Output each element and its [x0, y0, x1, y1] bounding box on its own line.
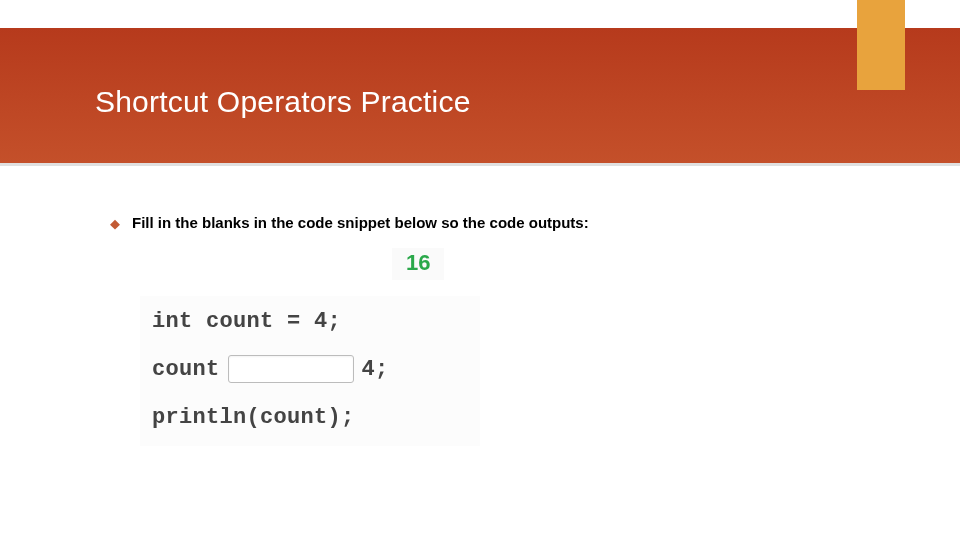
code-line-2: count 4; [152, 354, 468, 384]
expected-output-value: 16 [406, 250, 430, 275]
slide-title: Shortcut Operators Practice [95, 85, 471, 119]
bullet-row: ◆ Fill in the blanks in the code snippet… [110, 214, 589, 231]
code-snippet-box: int count = 4; count 4; println(count); [140, 296, 480, 446]
bullet-icon: ◆ [110, 217, 120, 230]
code-line-1: int count = 4; [152, 306, 468, 336]
code-line-3: println(count); [152, 402, 468, 432]
code-line-2-post: 4; [362, 357, 389, 382]
expected-output-box: 16 [392, 248, 444, 280]
code-line-2-pre: count [152, 357, 220, 382]
fill-blank-input[interactable] [228, 355, 354, 383]
slide: Shortcut Operators Practice ◆ Fill in th… [0, 0, 960, 540]
accent-tab [857, 0, 905, 90]
bullet-text: Fill in the blanks in the code snippet b… [132, 214, 589, 231]
